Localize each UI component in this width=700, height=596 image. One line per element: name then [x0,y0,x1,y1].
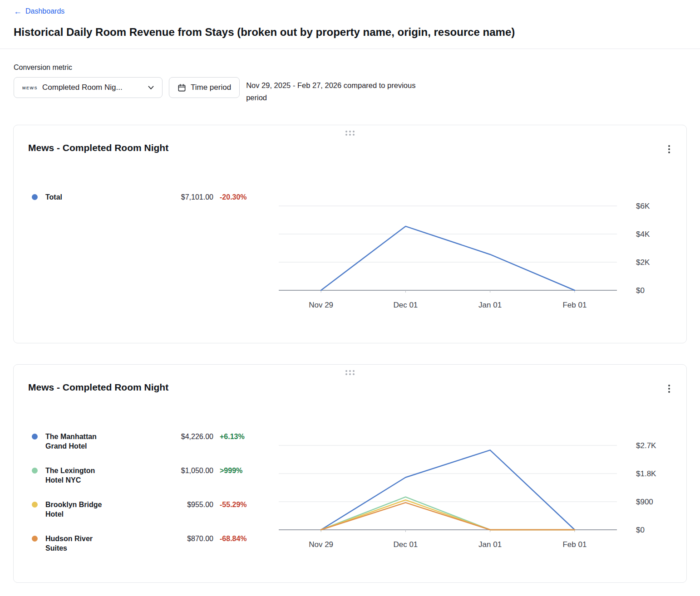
series-value: $955.00 [131,500,213,509]
chart-area[interactable]: $0$2K$4K$6KNov 29Dec 01Jan 01Feb 01 [269,192,672,316]
calendar-icon [177,83,186,92]
series-pct-change: >999% [219,466,269,475]
series-color-dot [32,536,38,542]
back-arrow-icon: ← [14,7,22,15]
series-name: The Lexington Hotel NYC [45,466,113,485]
x-axis-label: Nov 29 [309,301,333,309]
x-axis-label: Nov 29 [309,540,333,549]
series-pct-change: +6.13% [219,432,269,441]
chart-legend: Total$7,101.00-20.30% [28,192,269,316]
series-color-dot [32,502,38,508]
chart-card-total: Mews - Completed Room Night Total$7,101.… [13,125,687,343]
card-title: Mews - Completed Room Night [28,142,168,153]
legend-item[interactable]: The Lexington Hotel NYC$1,050.00>999% [31,466,269,485]
card-header: Mews - Completed Room Night [28,142,672,156]
series-name: The Manhattan Grand Hotel [45,432,113,451]
back-link-dashboards[interactable]: ← Dashboards [14,7,64,15]
series-line [321,226,575,290]
y-axis-label: $0 [636,286,645,295]
legend-item[interactable]: Total$7,101.00-20.30% [31,192,269,202]
series-pct-change: -20.30% [219,192,269,202]
time-period-label: Time period [191,83,231,92]
chart-legend: The Manhattan Grand Hotel$4,226.00+6.13%… [28,432,269,555]
series-value: $4,226.00 [131,432,213,441]
series-pct-change: -68.84% [219,534,269,543]
kebab-menu-icon[interactable] [665,382,674,396]
series-name: Total [45,192,113,202]
series-value: $7,101.00 [131,192,213,202]
series-value: $870.00 [131,534,213,543]
chevron-down-icon [148,86,154,90]
x-axis-label: Feb 01 [562,540,587,549]
chart-area[interactable]: $0$900$1.8K$2.7KNov 29Dec 01Jan 01Feb 01 [269,432,672,555]
line-chart-svg: $0$900$1.8K$2.7KNov 29Dec 01Jan 01Feb 01 [279,432,660,553]
x-axis-label: Dec 01 [393,301,418,309]
series-name: Hudson River Suites [45,534,113,553]
series-line [321,497,575,530]
conversion-metric-label: Conversion metric [14,64,686,72]
y-axis-label: $0 [636,526,645,534]
y-axis-label: $2K [636,258,650,267]
time-period-button[interactable]: Time period [169,77,240,98]
line-chart-svg: $0$2K$4K$6KNov 29Dec 01Jan 01Feb 01 [279,192,660,314]
date-range-text: Nov 29, 2025 - Feb 27, 2026 compared to … [246,77,416,104]
card-body: The Manhattan Grand Hotel$4,226.00+6.13%… [28,432,672,555]
series-pct-change: -55.29% [219,500,269,509]
x-axis-label: Jan 01 [478,540,502,549]
drag-handle-icon[interactable] [344,129,356,137]
card-header: Mews - Completed Room Night [28,382,672,396]
x-axis-label: Jan 01 [478,301,502,309]
y-axis-label: $900 [636,498,653,506]
conversion-metric-select[interactable]: MEWS Completed Room Nig... [14,77,163,98]
series-color-dot [32,468,38,474]
filters-row: MEWS Completed Room Nig... Time period N… [14,77,686,104]
conversion-metric-value: Completed Room Nig... [42,83,143,92]
series-color-dot [32,434,38,440]
y-axis-label: $1.8K [636,469,656,478]
drag-handle-icon[interactable] [344,368,356,377]
filters-section: Conversion metric MEWS Completed Room Ni… [0,49,700,104]
dashboard-content: Mews - Completed Room Night Total$7,101.… [0,125,700,595]
legend-item[interactable]: Hudson River Suites$870.00-68.84% [31,534,269,553]
series-value: $1,050.00 [131,466,213,475]
series-color-dot [32,194,38,200]
x-axis-label: Feb 01 [562,301,587,309]
y-axis-label: $6K [636,202,650,210]
page-title: Historical Daily Room Revenue from Stays… [14,26,686,39]
y-axis-label: $4K [636,230,650,239]
card-body: Total$7,101.00-20.30% $0$2K$4K$6KNov 29D… [28,192,672,316]
kebab-menu-icon[interactable] [665,142,674,156]
legend-item[interactable]: The Manhattan Grand Hotel$4,226.00+6.13% [31,432,269,451]
card-title: Mews - Completed Room Night [28,382,168,393]
chart-card-by-property: Mews - Completed Room Night The Manhatta… [13,364,687,583]
back-link-label: Dashboards [25,7,64,15]
mews-logo: MEWS [22,86,38,90]
legend-item[interactable]: Brooklyn Bridge Hotel$955.00-55.29% [31,500,269,519]
series-name: Brooklyn Bridge Hotel [45,500,113,519]
top-bar: ← Dashboards Historical Daily Room Reven… [0,0,700,49]
y-axis-label: $2.7K [636,441,656,450]
x-axis-label: Dec 01 [393,540,418,549]
